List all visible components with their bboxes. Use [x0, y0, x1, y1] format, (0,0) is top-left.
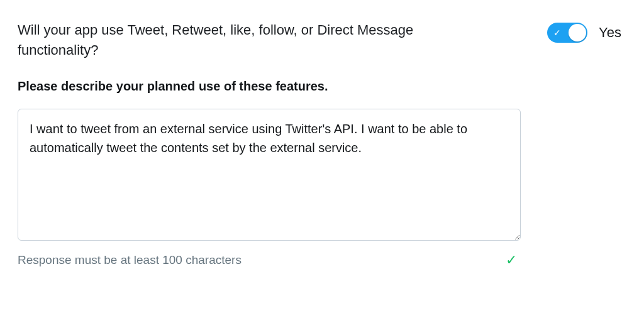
check-icon: ✓: [553, 28, 561, 37]
functionality-toggle[interactable]: ✓: [547, 23, 587, 43]
valid-check-icon: ✓: [506, 252, 521, 268]
section-subheading: Please describe your planned use of thes…: [18, 79, 626, 94]
question-row: Will your app use Tweet, Retweet, like, …: [18, 20, 626, 60]
description-field-group: Response must be at least 100 characters…: [18, 109, 521, 268]
description-textarea[interactable]: [18, 109, 521, 241]
toggle-knob: [569, 24, 586, 41]
toggle-group: ✓ Yes: [547, 23, 621, 43]
question-text: Will your app use Tweet, Retweet, like, …: [18, 20, 470, 60]
helper-row: Response must be at least 100 characters…: [18, 252, 521, 268]
helper-text: Response must be at least 100 characters: [18, 253, 242, 267]
toggle-label: Yes: [599, 25, 621, 41]
